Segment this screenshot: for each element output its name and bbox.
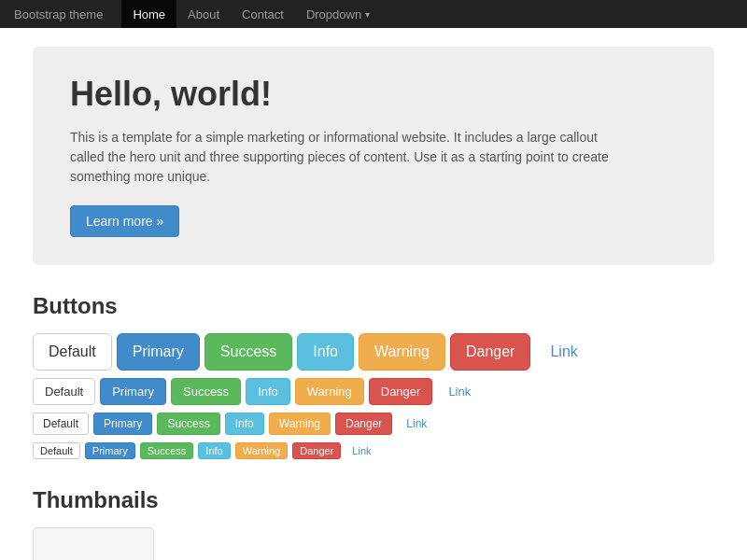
button-row-md: Default Primary Success Info Warning Dan… (33, 378, 714, 405)
btn-link-md[interactable]: Link (437, 379, 482, 404)
buttons-section-title: Buttons (33, 293, 714, 319)
btn-info-sm[interactable]: Info (225, 413, 264, 435)
dropdown-label: Dropdown ▾ (306, 7, 370, 21)
main-content: Hello, world! This is a template for a s… (19, 28, 728, 560)
btn-primary-sm[interactable]: Primary (93, 413, 152, 435)
hero-title: Hello, world! (70, 75, 677, 114)
btn-warning-sm[interactable]: Warning (269, 413, 331, 435)
btn-danger-xs[interactable]: Danger (292, 442, 341, 459)
btn-info-lg[interactable]: Info (297, 333, 354, 371)
navbar-brand[interactable]: Bootstrap theme (14, 7, 103, 21)
nav-item-contact[interactable]: Contact (231, 0, 295, 28)
btn-link-xs[interactable]: Link (345, 443, 377, 458)
navbar: Bootstrap theme Home About Contact Dropd… (0, 0, 747, 28)
btn-primary-md[interactable]: Primary (100, 378, 166, 405)
button-row-lg: Default Primary Success Info Warning Dan… (33, 333, 714, 371)
btn-default-md[interactable]: Default (33, 378, 95, 405)
thumbnail: 200x200 (33, 527, 154, 560)
chevron-down-icon: ▾ (365, 9, 370, 20)
nav-item-dropdown[interactable]: Dropdown ▾ (295, 0, 381, 28)
btn-success-xs[interactable]: Success (140, 442, 194, 459)
btn-default-lg[interactable]: Default (33, 333, 112, 371)
btn-danger-sm[interactable]: Danger (335, 413, 392, 435)
btn-primary-lg[interactable]: Primary (117, 333, 200, 371)
btn-info-md[interactable]: Info (246, 378, 290, 405)
btn-link-sm[interactable]: Link (397, 413, 436, 434)
jumbotron: Hello, world! This is a template for a s… (33, 47, 714, 265)
btn-warning-md[interactable]: Warning (295, 378, 364, 405)
btn-info-xs[interactable]: Info (198, 442, 230, 459)
button-row-sm: Default Primary Success Info Warning Dan… (33, 413, 714, 435)
btn-primary-xs[interactable]: Primary (85, 442, 135, 459)
thumbnails-section: Thumbnails 200x200 (33, 487, 714, 560)
btn-danger-md[interactable]: Danger (369, 378, 433, 405)
learn-more-button[interactable]: Learn more » (70, 205, 179, 237)
nav-items: Home About Contact Dropdown ▾ (121, 0, 381, 28)
btn-default-xs[interactable]: Default (33, 442, 80, 459)
btn-warning-lg[interactable]: Warning (359, 333, 445, 371)
hero-description: This is a template for a simple marketin… (70, 128, 630, 187)
btn-success-lg[interactable]: Success (204, 333, 292, 371)
buttons-section: Buttons Default Primary Success Info War… (33, 293, 714, 459)
thumbnails-section-title: Thumbnails (33, 487, 714, 513)
nav-item-home[interactable]: Home (121, 0, 176, 28)
btn-warning-xs[interactable]: Warning (235, 442, 289, 459)
btn-link-lg[interactable]: Link (535, 334, 592, 370)
btn-default-sm[interactable]: Default (33, 413, 89, 435)
btn-danger-lg[interactable]: Danger (450, 333, 530, 371)
btn-success-sm[interactable]: Success (157, 413, 219, 435)
button-row-xs: Default Primary Success Info Warning Dan… (33, 442, 714, 459)
btn-success-md[interactable]: Success (171, 378, 241, 405)
nav-item-about[interactable]: About (176, 0, 231, 28)
